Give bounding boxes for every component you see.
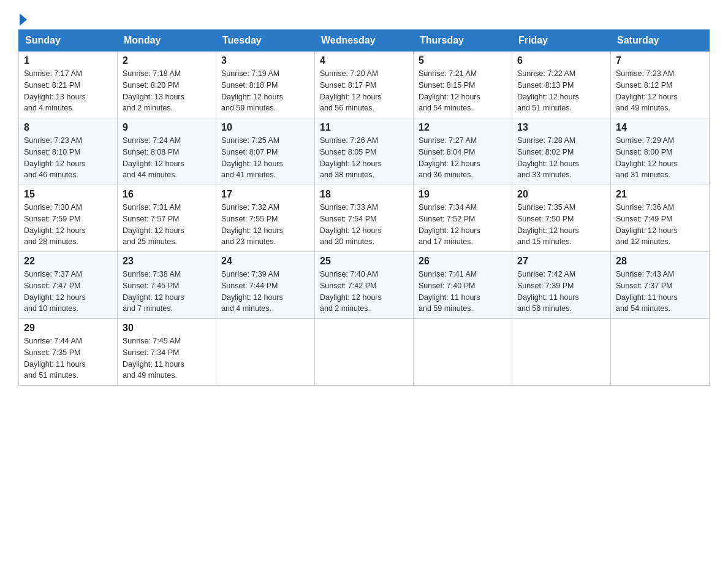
day-info: Sunrise: 7:35 AMSunset: 7:50 PMDaylight:… xyxy=(517,202,605,248)
col-thursday: Thursday xyxy=(414,30,512,52)
table-row xyxy=(216,319,315,386)
day-info: Sunrise: 7:41 AMSunset: 7:40 PMDaylight:… xyxy=(419,269,507,315)
day-number: 2 xyxy=(123,55,211,66)
day-info: Sunrise: 7:31 AMSunset: 7:57 PMDaylight:… xyxy=(123,202,211,248)
calendar-header-row: Sunday Monday Tuesday Wednesday Thursday… xyxy=(19,30,710,52)
table-row: 28 Sunrise: 7:43 AMSunset: 7:37 PMDaylig… xyxy=(611,252,710,319)
day-number: 3 xyxy=(221,55,309,66)
table-row: 11 Sunrise: 7:26 AMSunset: 8:05 PMDaylig… xyxy=(315,118,414,185)
day-info: Sunrise: 7:27 AMSunset: 8:04 PMDaylight:… xyxy=(419,135,507,181)
day-number: 7 xyxy=(616,55,704,66)
table-row: 23 Sunrise: 7:38 AMSunset: 7:45 PMDaylig… xyxy=(118,252,216,319)
table-row: 27 Sunrise: 7:42 AMSunset: 7:39 PMDaylig… xyxy=(512,252,611,319)
day-info: Sunrise: 7:22 AMSunset: 8:13 PMDaylight:… xyxy=(517,68,605,114)
table-row: 1 Sunrise: 7:17 AMSunset: 8:21 PMDayligh… xyxy=(19,52,118,118)
table-row: 20 Sunrise: 7:35 AMSunset: 7:50 PMDaylig… xyxy=(512,185,611,252)
table-row: 4 Sunrise: 7:20 AMSunset: 8:17 PMDayligh… xyxy=(315,52,414,118)
day-number: 12 xyxy=(419,122,507,133)
table-row: 5 Sunrise: 7:21 AMSunset: 8:15 PMDayligh… xyxy=(414,52,512,118)
day-number: 11 xyxy=(320,122,408,133)
day-number: 15 xyxy=(24,189,112,200)
day-number: 25 xyxy=(320,256,408,267)
calendar-week-row: 15 Sunrise: 7:30 AMSunset: 7:59 PMDaylig… xyxy=(19,185,710,252)
day-info: Sunrise: 7:24 AMSunset: 8:08 PMDaylight:… xyxy=(123,135,211,181)
day-number: 10 xyxy=(221,122,309,133)
day-number: 28 xyxy=(616,256,704,267)
day-number: 18 xyxy=(320,189,408,200)
day-number: 1 xyxy=(24,55,112,66)
day-info: Sunrise: 7:32 AMSunset: 7:55 PMDaylight:… xyxy=(221,202,309,248)
day-number: 14 xyxy=(616,122,704,133)
day-info: Sunrise: 7:20 AMSunset: 8:17 PMDaylight:… xyxy=(320,68,408,114)
day-info: Sunrise: 7:29 AMSunset: 8:00 PMDaylight:… xyxy=(616,135,704,181)
day-info: Sunrise: 7:39 AMSunset: 7:44 PMDaylight:… xyxy=(221,269,309,315)
col-wednesday: Wednesday xyxy=(315,30,414,52)
day-number: 26 xyxy=(419,256,507,267)
day-info: Sunrise: 7:34 AMSunset: 7:52 PMDaylight:… xyxy=(419,202,507,248)
day-info: Sunrise: 7:30 AMSunset: 7:59 PMDaylight:… xyxy=(24,202,112,248)
day-number: 16 xyxy=(123,189,211,200)
day-number: 8 xyxy=(24,122,112,133)
day-number: 21 xyxy=(616,189,704,200)
table-row: 25 Sunrise: 7:40 AMSunset: 7:42 PMDaylig… xyxy=(315,252,414,319)
col-saturday: Saturday xyxy=(611,30,710,52)
col-friday: Friday xyxy=(512,30,611,52)
calendar-week-row: 8 Sunrise: 7:23 AMSunset: 8:10 PMDayligh… xyxy=(19,118,710,185)
logo xyxy=(18,12,27,23)
day-info: Sunrise: 7:40 AMSunset: 7:42 PMDaylight:… xyxy=(320,269,408,315)
day-number: 30 xyxy=(123,323,211,334)
col-sunday: Sunday xyxy=(19,30,118,52)
table-row: 14 Sunrise: 7:29 AMSunset: 8:00 PMDaylig… xyxy=(611,118,710,185)
table-row: 26 Sunrise: 7:41 AMSunset: 7:40 PMDaylig… xyxy=(414,252,512,319)
day-number: 5 xyxy=(419,55,507,66)
table-row: 6 Sunrise: 7:22 AMSunset: 8:13 PMDayligh… xyxy=(512,52,611,118)
day-info: Sunrise: 7:23 AMSunset: 8:12 PMDaylight:… xyxy=(616,68,704,114)
table-row: 30 Sunrise: 7:45 AMSunset: 7:34 PMDaylig… xyxy=(118,319,216,386)
table-row: 22 Sunrise: 7:37 AMSunset: 7:47 PMDaylig… xyxy=(19,252,118,319)
day-number: 17 xyxy=(221,189,309,200)
day-info: Sunrise: 7:36 AMSunset: 7:49 PMDaylight:… xyxy=(616,202,704,248)
table-row: 17 Sunrise: 7:32 AMSunset: 7:55 PMDaylig… xyxy=(216,185,315,252)
logo-arrow-icon xyxy=(20,13,27,26)
day-info: Sunrise: 7:23 AMSunset: 8:10 PMDaylight:… xyxy=(24,135,112,181)
day-number: 20 xyxy=(517,189,605,200)
table-row: 2 Sunrise: 7:18 AMSunset: 8:20 PMDayligh… xyxy=(118,52,216,118)
table-row: 12 Sunrise: 7:27 AMSunset: 8:04 PMDaylig… xyxy=(414,118,512,185)
table-row: 15 Sunrise: 7:30 AMSunset: 7:59 PMDaylig… xyxy=(19,185,118,252)
day-number: 27 xyxy=(517,256,605,267)
day-info: Sunrise: 7:44 AMSunset: 7:35 PMDaylight:… xyxy=(24,335,112,381)
day-info: Sunrise: 7:42 AMSunset: 7:39 PMDaylight:… xyxy=(517,269,605,315)
table-row xyxy=(611,319,710,386)
table-row: 8 Sunrise: 7:23 AMSunset: 8:10 PMDayligh… xyxy=(19,118,118,185)
day-info: Sunrise: 7:33 AMSunset: 7:54 PMDaylight:… xyxy=(320,202,408,248)
day-info: Sunrise: 7:21 AMSunset: 8:15 PMDaylight:… xyxy=(419,68,507,114)
day-number: 24 xyxy=(221,256,309,267)
calendar-week-row: 29 Sunrise: 7:44 AMSunset: 7:35 PMDaylig… xyxy=(19,319,710,386)
calendar-week-row: 1 Sunrise: 7:17 AMSunset: 8:21 PMDayligh… xyxy=(19,52,710,118)
table-row: 10 Sunrise: 7:25 AMSunset: 8:07 PMDaylig… xyxy=(216,118,315,185)
table-row: 16 Sunrise: 7:31 AMSunset: 7:57 PMDaylig… xyxy=(118,185,216,252)
day-number: 9 xyxy=(123,122,211,133)
table-row xyxy=(315,319,414,386)
day-number: 6 xyxy=(517,55,605,66)
day-info: Sunrise: 7:28 AMSunset: 8:02 PMDaylight:… xyxy=(517,135,605,181)
day-info: Sunrise: 7:37 AMSunset: 7:47 PMDaylight:… xyxy=(24,269,112,315)
table-row: 9 Sunrise: 7:24 AMSunset: 8:08 PMDayligh… xyxy=(118,118,216,185)
page-header xyxy=(18,12,710,23)
day-number: 4 xyxy=(320,55,408,66)
day-number: 29 xyxy=(24,323,112,334)
day-number: 23 xyxy=(123,256,211,267)
day-number: 22 xyxy=(24,256,112,267)
day-number: 19 xyxy=(419,189,507,200)
day-number: 13 xyxy=(517,122,605,133)
day-info: Sunrise: 7:26 AMSunset: 8:05 PMDaylight:… xyxy=(320,135,408,181)
day-info: Sunrise: 7:45 AMSunset: 7:34 PMDaylight:… xyxy=(123,335,211,381)
table-row: 29 Sunrise: 7:44 AMSunset: 7:35 PMDaylig… xyxy=(19,319,118,386)
day-info: Sunrise: 7:38 AMSunset: 7:45 PMDaylight:… xyxy=(123,269,211,315)
table-row: 18 Sunrise: 7:33 AMSunset: 7:54 PMDaylig… xyxy=(315,185,414,252)
table-row: 7 Sunrise: 7:23 AMSunset: 8:12 PMDayligh… xyxy=(611,52,710,118)
table-row: 3 Sunrise: 7:19 AMSunset: 8:18 PMDayligh… xyxy=(216,52,315,118)
table-row: 13 Sunrise: 7:28 AMSunset: 8:02 PMDaylig… xyxy=(512,118,611,185)
table-row xyxy=(414,319,512,386)
day-info: Sunrise: 7:17 AMSunset: 8:21 PMDaylight:… xyxy=(24,68,112,114)
